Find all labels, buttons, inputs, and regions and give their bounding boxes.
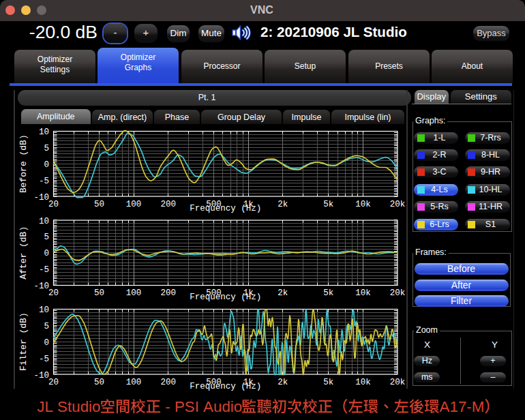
svg-text:10: 10 bbox=[39, 127, 49, 137]
svg-text:5: 5 bbox=[44, 144, 49, 153]
svg-text:20k: 20k bbox=[390, 378, 406, 387]
svg-text:10: 10 bbox=[39, 217, 49, 226]
svg-text:5k: 5k bbox=[323, 288, 333, 298]
svg-text:10k: 10k bbox=[355, 200, 371, 209]
svg-text:50: 50 bbox=[94, 200, 104, 209]
svg-text:100: 100 bbox=[126, 200, 142, 209]
svg-text:20k: 20k bbox=[390, 200, 406, 209]
svg-text:-5: -5 bbox=[39, 177, 49, 186]
svg-text:A17-M: A17-M bbox=[440, 398, 485, 415]
svg-text:-: - bbox=[161, 398, 175, 415]
svg-text:Filter (dB): Filter (dB) bbox=[19, 312, 29, 371]
svg-text:After (dB): After (dB) bbox=[19, 226, 29, 280]
svg-text:200: 200 bbox=[160, 378, 176, 387]
svg-text:Frequency (Hz): Frequency (Hz) bbox=[190, 292, 261, 302]
svg-text:10k: 10k bbox=[355, 378, 371, 387]
svg-text:20: 20 bbox=[48, 378, 59, 387]
svg-text:2k: 2k bbox=[278, 288, 288, 298]
svg-text:20: 20 bbox=[48, 200, 59, 209]
svg-text:20: 20 bbox=[48, 288, 59, 298]
svg-text:Frequency (Hz): Frequency (Hz) bbox=[190, 382, 261, 391]
svg-text:-5: -5 bbox=[39, 265, 49, 275]
svg-text:200: 200 bbox=[160, 288, 176, 298]
svg-text:50: 50 bbox=[94, 378, 104, 387]
svg-text:2k: 2k bbox=[278, 200, 288, 209]
svg-text:2k: 2k bbox=[278, 378, 288, 387]
svg-text:100: 100 bbox=[126, 288, 142, 298]
svg-text:PSI Audio: PSI Audio bbox=[175, 398, 242, 415]
svg-text:5: 5 bbox=[44, 232, 49, 242]
svg-text:0: 0 bbox=[44, 249, 49, 258]
svg-text:100: 100 bbox=[126, 378, 142, 387]
svg-text:10: 10 bbox=[39, 305, 49, 315]
svg-text:5: 5 bbox=[44, 322, 49, 331]
svg-text:-5: -5 bbox=[39, 355, 49, 364]
svg-text:JL Studio: JL Studio bbox=[37, 398, 100, 415]
svg-text:5k: 5k bbox=[323, 378, 333, 387]
svg-text:Frequency (Hz): Frequency (Hz) bbox=[190, 204, 261, 213]
svg-text:20k: 20k bbox=[390, 288, 406, 298]
svg-text:5k: 5k bbox=[323, 200, 333, 209]
svg-text:Before (dB): Before (dB) bbox=[19, 134, 29, 193]
svg-text:10k: 10k bbox=[355, 288, 371, 298]
svg-text:0: 0 bbox=[44, 160, 49, 170]
svg-text:-10: -10 bbox=[33, 282, 49, 291]
svg-text:-10: -10 bbox=[33, 193, 49, 202]
svg-text:-10: -10 bbox=[33, 371, 49, 380]
svg-text:50: 50 bbox=[94, 288, 104, 298]
svg-text:200: 200 bbox=[160, 200, 176, 209]
svg-text:0: 0 bbox=[44, 338, 49, 348]
